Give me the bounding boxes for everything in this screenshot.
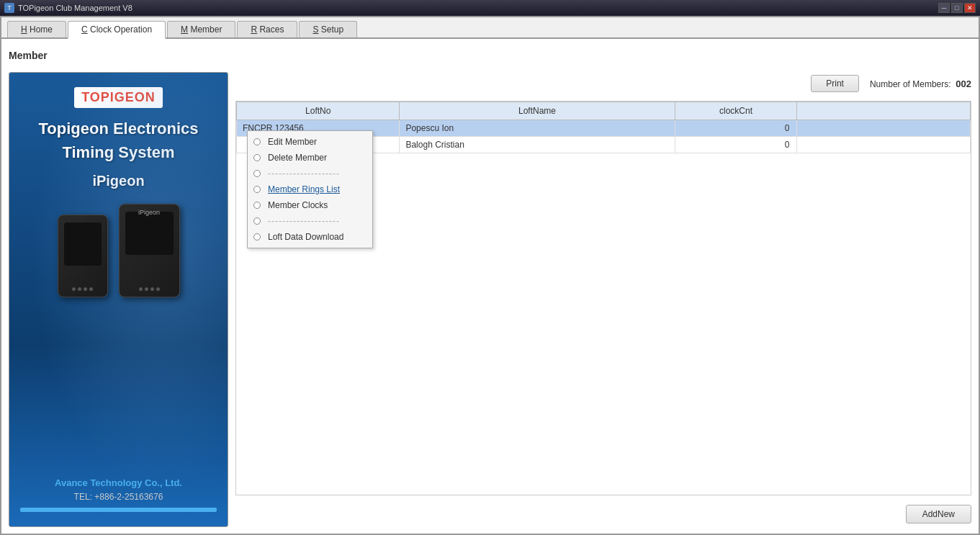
context-menu: Edit Member Delete Member --------------… <box>247 130 373 248</box>
blue-bar <box>20 508 217 512</box>
addnew-button[interactable]: AddNew <box>906 505 971 523</box>
main-window: H Home C Clock Operation M Member R Race… <box>0 16 980 535</box>
bottom-toolbar: AddNew <box>235 501 971 527</box>
device-dot <box>139 287 143 291</box>
device-small <box>58 215 108 297</box>
window-controls: ─ □ ✕ <box>938 3 976 13</box>
toolbar: Print Number of Members: 002 <box>235 72 971 95</box>
ipigeon-device-label: iPigeon <box>138 209 160 216</box>
context-menu-item-loft-data-download[interactable]: Loft Data Download <box>248 229 372 245</box>
member-count-label: Number of Members: 002 <box>870 78 971 89</box>
cell-clockcnt: 0 <box>675 120 797 137</box>
cell-loftname: Balogh Cristian <box>400 137 675 153</box>
left-panel: TOPIGEON Topigeon Electronics Timing Sys… <box>9 72 228 527</box>
minimize-button[interactable]: ─ <box>938 3 950 13</box>
device-container: iPigeon <box>58 204 180 297</box>
table-container[interactable]: LoftNo LoftName clockCnt FNCPR 123456 Po… <box>235 101 971 495</box>
context-menu-separator-2: -------------------- <box>248 213 372 229</box>
company-info: Avance Technology Co., Ltd. TEL: +886-2-… <box>20 477 217 512</box>
maximize-button[interactable]: □ <box>951 3 963 13</box>
brand-sub: Timing System <box>62 143 174 162</box>
cell-clockcnt: 0 <box>675 137 797 153</box>
menu-bar: H Home C Clock Operation M Member R Race… <box>1 17 979 39</box>
radio-member-rings <box>253 186 261 193</box>
cell-loftname: Popescu Ion <box>400 120 675 137</box>
app-icon: T <box>4 3 14 13</box>
close-button[interactable]: ✕ <box>964 3 976 13</box>
radio-delete-member <box>253 154 261 161</box>
ipigeon-label: iPigeon <box>92 173 144 189</box>
col-header-clockcnt: clockCnt <box>675 102 797 120</box>
col-header-loftname: LoftName <box>400 102 675 120</box>
radio-loft-data <box>253 233 261 240</box>
main-layout: TOPIGEON Topigeon Electronics Timing Sys… <box>9 72 971 527</box>
radio-member-clocks <box>253 202 261 209</box>
col-header-loftno: LoftNo <box>237 102 400 120</box>
title-bar: T TOPigeon Club Management V8 ─ □ ✕ <box>0 0 980 16</box>
tab-home[interactable]: H Home <box>7 21 66 37</box>
brand-name: Topigeon Electronics <box>38 119 198 140</box>
company-name: Avance Technology Co., Ltd. <box>20 477 217 488</box>
context-menu-item-member-clocks[interactable]: Member Clocks <box>248 197 372 213</box>
cell-extra <box>797 120 971 137</box>
tab-races[interactable]: R Races <box>237 21 297 37</box>
tab-setup[interactable]: S Setup <box>299 21 357 37</box>
device-dot <box>145 287 148 291</box>
logo-box: TOPIGEON <box>74 87 163 108</box>
member-count-value: 002 <box>956 78 971 89</box>
device-dots-large <box>139 287 160 291</box>
cell-extra <box>797 137 971 153</box>
device-large: iPigeon <box>119 204 180 297</box>
print-button[interactable]: Print <box>811 75 859 92</box>
tab-clock[interactable]: C Clock Operation <box>68 21 166 39</box>
radio-sep1 <box>253 170 261 177</box>
context-menu-item-member-rings-list[interactable]: Member Rings List <box>248 181 372 197</box>
radio-edit-member <box>253 138 261 145</box>
logo-text: TOPIGEON <box>81 90 156 105</box>
col-header-extra <box>797 102 971 120</box>
device-dot <box>150 287 154 291</box>
context-menu-separator-1: -------------------- <box>248 166 372 181</box>
company-tel: TEL: +886-2-25163676 <box>20 492 217 502</box>
radio-sep2 <box>253 217 261 225</box>
device-dots-small <box>72 287 93 291</box>
context-menu-item-edit-member[interactable]: Edit Member <box>248 134 372 150</box>
context-menu-item-delete-member[interactable]: Delete Member <box>248 150 372 166</box>
tab-member[interactable]: M Member <box>167 21 235 37</box>
content-area: Member TOPIGEON Topigeon Electronics Tim… <box>1 39 979 534</box>
table-header-row: LoftNo LoftName clockCnt <box>237 102 971 120</box>
device-dot <box>78 287 81 291</box>
device-dot <box>72 287 76 291</box>
device-dot <box>89 287 93 291</box>
right-panel: Print Number of Members: 002 LoftNo Loft… <box>235 72 971 527</box>
page-title: Member <box>9 46 971 65</box>
device-dot <box>84 287 87 291</box>
title-bar-text: TOPigeon Club Management V8 <box>18 4 132 12</box>
device-dot <box>156 287 160 291</box>
